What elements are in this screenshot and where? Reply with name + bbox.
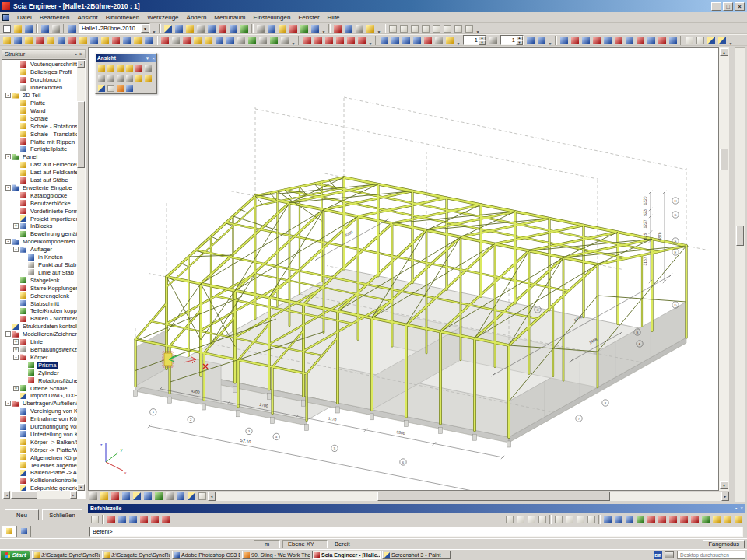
render-settings-button[interactable] [717, 35, 728, 46]
haunch-tool-button[interactable] [78, 35, 89, 46]
window-arrange-3-button[interactable] [401, 35, 412, 46]
undo-button[interactable] [40, 23, 51, 34]
new-project-button[interactable] [2, 23, 12, 34]
view-xz-button[interactable] [115, 63, 124, 72]
close-ansicht-icon[interactable]: × [152, 56, 155, 61]
tree-item[interactable]: Punkt auf Stab [3, 261, 77, 269]
move-tool-button[interactable] [236, 35, 247, 46]
command-input[interactable]: Befehl> [89, 527, 743, 537]
tree-item[interactable]: Starre Kopplungen [3, 284, 77, 292]
redo-button[interactable] [51, 23, 61, 34]
fangmodus-button[interactable]: Fangmodus [703, 540, 745, 548]
snap-endpoints-button[interactable] [646, 514, 657, 525]
show-surfaces-button[interactable] [624, 35, 635, 46]
view-manager-button[interactable] [706, 35, 717, 46]
curve-tool-button[interactable] [160, 35, 170, 46]
menu-item-bibliotheken[interactable]: Bibliotheken [102, 13, 144, 22]
tree-item[interactable]: Innenknoten [3, 84, 77, 92]
collapse-icon[interactable]: - [5, 185, 11, 191]
scale-spinner[interactable]: 1▲▼ [463, 35, 486, 45]
print-view-button[interactable] [197, 491, 208, 502]
cutout-tool-button[interactable] [100, 35, 110, 46]
table-editor-button[interactable] [239, 23, 250, 34]
normal-mode-button[interactable] [564, 514, 575, 525]
tree-item[interactable]: Prisma [3, 361, 77, 369]
window-arrange-4-button[interactable] [412, 35, 423, 46]
tree-item[interactable]: Unterteilung von Körp [3, 431, 77, 439]
menu-item-hilfe[interactable]: Hilfe [324, 13, 344, 22]
print-button[interactable] [255, 23, 266, 34]
window-arrange-1-button[interactable] [379, 35, 390, 46]
tree-item[interactable]: Last auf Feldecken [3, 161, 77, 169]
taskbar-task[interactable]: Adobe Photoshop CS3 E... [172, 551, 240, 559]
picture-gallery-button[interactable] [288, 23, 299, 34]
menu-item-ndern[interactable]: Ändern [183, 13, 211, 22]
node-display-button[interactable] [110, 491, 121, 502]
menu-item-werkzeuge[interactable]: Werkzeuge [143, 13, 182, 22]
zoom-cursor-button[interactable] [143, 63, 153, 72]
tree-item[interactable]: Projekt importieren (E [3, 215, 77, 222]
menu-item-menbaum[interactable]: Menübaum [210, 13, 249, 22]
open-esa-folder-button[interactable] [444, 35, 455, 46]
circle-mode-button[interactable] [526, 514, 537, 525]
view-window-4-button[interactable] [420, 23, 431, 34]
show-axes-button[interactable] [613, 35, 624, 46]
coords-absolute-button[interactable] [128, 514, 139, 525]
tree-item[interactable]: Platte mit Rippen [3, 138, 77, 145]
open-project-button[interactable] [12, 23, 23, 34]
tree-item[interactable]: Benutzerblöcke [3, 199, 77, 207]
clipping-plane-button[interactable] [106, 83, 115, 93]
expand-icon[interactable]: + [13, 339, 19, 345]
document-maker-button[interactable] [277, 23, 288, 34]
tree-item[interactable]: in Knoten [3, 254, 77, 261]
coords-polar-button[interactable] [149, 514, 160, 525]
show-layers-button[interactable] [646, 35, 657, 46]
dimension-geom-button[interactable] [313, 35, 324, 46]
menu-item-fenster[interactable]: Fenster [294, 13, 323, 22]
window-split-button[interactable] [228, 23, 239, 34]
toolbar-overflow-button[interactable]: ▼ [376, 23, 382, 34]
view-window-7-button[interactable] [453, 23, 464, 34]
tree-item[interactable]: +Offene Schale [3, 384, 77, 392]
snap-length-button[interactable] [711, 514, 722, 525]
visibility-all-button[interactable] [203, 35, 214, 46]
snap-edge-button[interactable] [733, 514, 744, 525]
beam-display-button[interactable] [121, 491, 132, 502]
light-bulb-button[interactable] [143, 73, 153, 82]
expand-icon[interactable]: + [13, 223, 19, 229]
internal-node-tool-button[interactable] [110, 35, 121, 46]
pin-icon[interactable]: ▪ [735, 506, 737, 511]
view-window-3-button[interactable] [409, 23, 420, 34]
drawing-canvas[interactable]: 430027001170930057,101320523122763531676… [88, 47, 719, 491]
arc-tool-button[interactable] [181, 35, 192, 46]
snap-arc-center-button[interactable] [700, 514, 711, 525]
toolbar-overflow-button[interactable]: ▼ [321, 23, 327, 34]
start-button[interactable]: Start [1, 551, 30, 560]
tab-properties[interactable] [16, 526, 31, 537]
coords-relative-button[interactable] [139, 514, 149, 525]
panel-edge-tool-button[interactable] [132, 35, 143, 46]
coordinate-info-button[interactable] [365, 23, 376, 34]
taskbar-task[interactable]: J:\Seagate Sync\SyncRe... [32, 551, 100, 559]
saved-view-2-button[interactable] [695, 35, 706, 46]
rotate-tool-button[interactable] [258, 35, 268, 46]
tab-structure-menu[interactable] [2, 526, 16, 537]
collapse-icon[interactable]: - [13, 247, 19, 252]
tree-item[interactable]: Entnahme von Körper [3, 415, 77, 423]
tree-item[interactable]: Last auf Stäbe [3, 177, 77, 184]
tree-item[interactable]: -Auflager [3, 246, 77, 254]
paste-button[interactable] [217, 23, 228, 34]
line-geom-button[interactable] [302, 35, 313, 46]
label-display-button[interactable] [164, 491, 175, 502]
render-display-button[interactable] [175, 491, 186, 502]
construction-stages-button[interactable] [184, 23, 195, 34]
tree-item[interactable]: Durchdringung von K [3, 423, 77, 431]
view-window-1-button[interactable] [388, 23, 398, 34]
print-preview-button[interactable] [266, 23, 277, 34]
viewport-vertical-scrollbar[interactable]: ▲ ▼ [719, 47, 729, 491]
show-labels-button[interactable] [602, 35, 613, 46]
collapse-icon[interactable]: - [5, 239, 11, 244]
tree-item[interactable]: Bewehrung gemäß V [3, 230, 77, 238]
desktop-search-input[interactable]: Desktop durchsuchen [677, 551, 745, 559]
toolbar-overflow-button[interactable]: ▼ [475, 23, 481, 34]
